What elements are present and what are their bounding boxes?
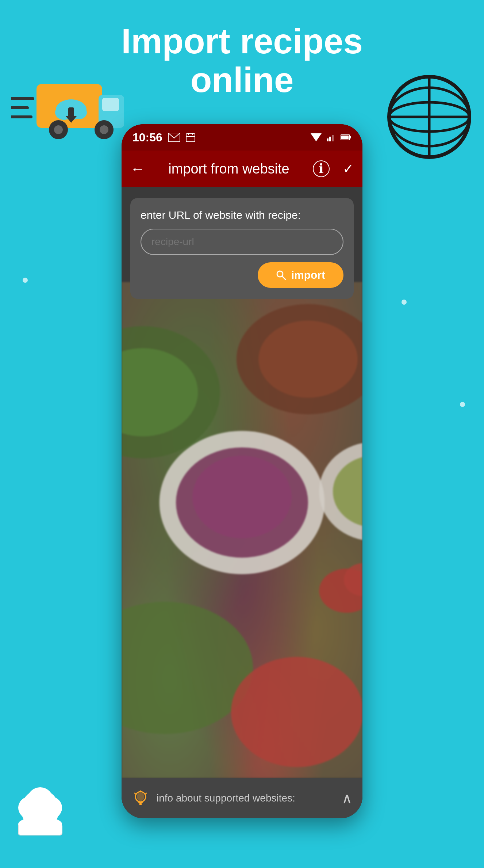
confirm-button[interactable]: ✓ [343, 161, 354, 176]
svg-point-25 [27, 787, 53, 814]
import-button[interactable]: import [258, 262, 343, 288]
svg-rect-57 [139, 803, 142, 805]
battery-icon [341, 134, 352, 141]
import-btn-label: import [291, 269, 325, 281]
wifi-icon [311, 133, 322, 141]
app-bar: ← import from website ℹ ✓ [122, 151, 362, 187]
globe-illustration [385, 73, 473, 161]
info-button[interactable]: ℹ [313, 160, 330, 177]
svg-rect-36 [350, 136, 351, 138]
chevron-up-icon[interactable]: ∧ [342, 790, 352, 807]
chef-hat-illustration [7, 780, 73, 846]
url-input[interactable] [141, 229, 343, 255]
svg-line-39 [282, 276, 285, 279]
signal-icon [327, 133, 335, 141]
svg-rect-37 [341, 136, 349, 139]
svg-rect-27 [186, 134, 195, 142]
status-time: 10:56 [132, 131, 162, 144]
svg-rect-56 [138, 802, 143, 803]
status-left: 10:56 [132, 131, 195, 144]
back-button[interactable]: ← [130, 161, 145, 177]
svg-rect-33 [329, 137, 331, 141]
calendar-icon [186, 133, 195, 142]
gmail-icon [168, 133, 180, 142]
svg-rect-13 [68, 107, 74, 118]
food-illustration [122, 282, 362, 778]
svg-line-59 [135, 793, 135, 794]
status-right [311, 133, 352, 141]
svg-rect-32 [327, 138, 329, 141]
food-background [122, 282, 362, 778]
status-bar: 10:56 [122, 124, 362, 151]
decorative-dot-2 [402, 300, 407, 305]
svg-marker-31 [311, 133, 322, 141]
svg-line-60 [146, 793, 146, 794]
phone-frame: 10:56 [122, 124, 362, 818]
import-card: enter URL of website with recipe: import [130, 198, 354, 299]
svg-point-55 [137, 792, 144, 801]
svg-rect-34 [332, 135, 334, 141]
search-icon [276, 270, 286, 280]
supported-websites-text: info about supported websites: [157, 792, 334, 804]
svg-rect-53 [122, 282, 362, 778]
url-label: enter URL of website with recipe: [141, 209, 343, 221]
truck-illustration [11, 58, 128, 153]
phone-screen: enter URL of website with recipe: import [122, 187, 362, 818]
decorative-dot-3 [460, 402, 465, 407]
bottom-bar[interactable]: info about supported websites: ∧ [122, 778, 362, 818]
decorative-dot-1 [23, 278, 28, 283]
svg-rect-5 [102, 98, 119, 111]
svg-point-7 [54, 125, 63, 134]
svg-point-9 [100, 125, 108, 134]
import-btn-row: import [141, 262, 343, 288]
lightbulb-icon [132, 789, 149, 807]
app-bar-title: import from website [152, 161, 306, 177]
